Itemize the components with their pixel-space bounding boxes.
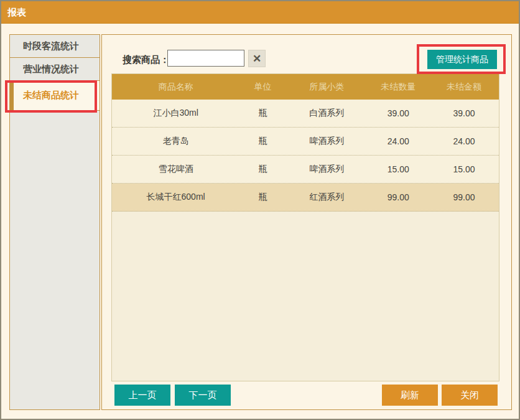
- unsettled-goods-table: 商品名称 单位 所属小类 未结数量 未结金额 江小白30ml 瓶 白酒系列 39…: [111, 73, 499, 381]
- sidebar-item-label: 营业情况统计: [23, 63, 79, 75]
- next-page-button[interactable]: 下一页: [175, 385, 231, 406]
- refresh-button[interactable]: 刷新: [382, 385, 438, 406]
- search-label: 搜索商品：: [123, 54, 169, 66]
- column-header-unit: 单位: [239, 82, 286, 93]
- sidebar-item-unsettled-goods-stats[interactable]: 未结商品统计: [10, 81, 100, 111]
- cell-unit: 瓶: [239, 108, 286, 119]
- cell-unit: 瓶: [239, 164, 286, 175]
- cell-subcategory: 啤酒系列: [286, 164, 368, 175]
- cell-unsettled-amount: 15.00: [429, 164, 499, 174]
- cell-unsettled-amount: 39.00: [429, 108, 499, 118]
- cell-unit: 瓶: [239, 192, 286, 203]
- sidebar: 时段客流统计 营业情况统计 未结商品统计: [9, 34, 100, 410]
- cell-product-name: 江小白30ml: [112, 108, 239, 119]
- main-panel: 搜索商品： ✕ 管理统计商品 商品名称 单位 所属小类 未结数量 未结金额 江小…: [101, 34, 512, 410]
- cell-subcategory: 红酒系列: [286, 192, 368, 203]
- cell-unit: 瓶: [239, 136, 286, 147]
- cell-product-name: 长城干红600ml: [112, 192, 239, 203]
- cell-subcategory: 啤酒系列: [286, 136, 368, 147]
- search-input[interactable]: [167, 50, 244, 67]
- cell-unsettled-amount: 24.00: [429, 136, 499, 146]
- prev-page-button[interactable]: 上一页: [114, 385, 170, 406]
- clear-search-button[interactable]: ✕: [248, 50, 266, 67]
- column-header-unsettled-amount: 未结金额: [429, 82, 499, 93]
- reports-window: 报表 时段客流统计 营业情况统计 未结商品统计 搜索商品： ✕ 管理统计商品 商…: [0, 0, 520, 420]
- table-row[interactable]: 雪花啤酒 瓶 啤酒系列 15.00 15.00: [112, 156, 499, 184]
- table-row-selected[interactable]: 长城干红600ml 瓶 红酒系列 99.00 99.00: [112, 184, 499, 212]
- column-header-product-name: 商品名称: [112, 82, 239, 93]
- cell-subcategory: 白酒系列: [286, 108, 368, 119]
- sidebar-item-business-stats[interactable]: 营业情况统计: [10, 58, 100, 81]
- cell-unsettled-amount: 99.00: [429, 192, 499, 202]
- table-row[interactable]: 老青岛 瓶 啤酒系列 24.00 24.00: [112, 128, 499, 156]
- window-title: 报表: [1, 1, 519, 24]
- cell-unsettled-qty: 24.00: [367, 136, 429, 146]
- column-header-subcategory: 所属小类: [286, 82, 368, 93]
- close-button[interactable]: 关闭: [442, 385, 498, 406]
- sidebar-item-time-traffic-stats[interactable]: 时段客流统计: [10, 35, 100, 58]
- close-icon: ✕: [253, 54, 261, 64]
- column-header-unsettled-qty: 未结数量: [367, 82, 429, 93]
- cell-product-name: 老青岛: [112, 136, 239, 147]
- table-header-row: 商品名称 单位 所属小类 未结数量 未结金额: [112, 74, 499, 100]
- sidebar-item-label: 未结商品统计: [23, 90, 79, 101]
- cell-unsettled-qty: 15.00: [367, 164, 429, 174]
- cell-product-name: 雪花啤酒: [112, 164, 239, 175]
- cell-unsettled-qty: 39.00: [367, 108, 429, 118]
- sidebar-item-label: 时段客流统计: [23, 40, 79, 52]
- manage-stat-goods-button[interactable]: 管理统计商品: [427, 50, 497, 69]
- table-row[interactable]: 江小白30ml 瓶 白酒系列 39.00 39.00: [112, 100, 499, 128]
- cell-unsettled-qty: 99.00: [367, 192, 429, 202]
